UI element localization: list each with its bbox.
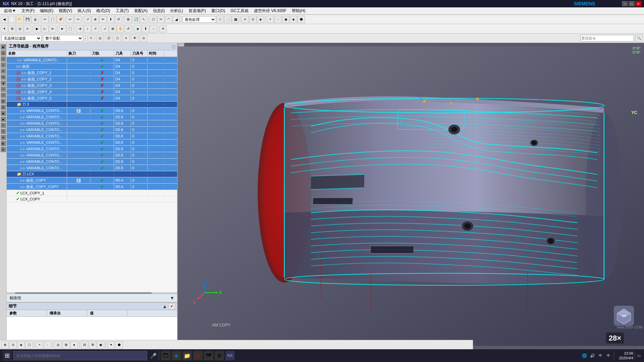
taskbar-maps[interactable]: 🗺 bbox=[204, 351, 213, 360]
tb-pm4[interactable]: ◈ bbox=[290, 16, 297, 23]
taskbar-acrobat[interactable]: A bbox=[193, 351, 203, 360]
menu-tools[interactable]: 工具(T) bbox=[113, 7, 131, 14]
tb-cut[interactable]: ✂ bbox=[41, 16, 49, 23]
filter-tb7[interactable]: ⊙ bbox=[140, 35, 147, 42]
menu-gc-tools[interactable]: GC工具箱 bbox=[228, 7, 251, 14]
bottom-tb-2[interactable]: ⊙ bbox=[9, 341, 17, 349]
tb2-zoom-win[interactable]: ⊞ bbox=[109, 25, 116, 33]
tb-new[interactable]: 📄 bbox=[8, 16, 16, 23]
filter-tb4[interactable]: ⬡ bbox=[114, 35, 121, 42]
tb-print[interactable]: 🖨 bbox=[32, 16, 39, 23]
tb-view3[interactable]: ▦ bbox=[232, 16, 239, 23]
menu-analysis[interactable]: 分析(L) bbox=[167, 7, 186, 14]
tb-save[interactable]: 💾 bbox=[24, 16, 31, 23]
tree-row[interactable]: ▶▶ VARIABLE_CONTO... E ✔ D0.8 0 bbox=[7, 108, 177, 114]
menu-file[interactable]: 文件(F) bbox=[19, 7, 37, 14]
left-icon-13[interactable]: ■ bbox=[1, 117, 6, 122]
tb-pm1[interactable]: + bbox=[267, 16, 274, 23]
tree-row[interactable]: ▶▶ VARIABLE_CONTO... ✔ D0.8 0 bbox=[7, 114, 177, 120]
left-icon-9[interactable]: ⬡ bbox=[1, 93, 6, 98]
tb-more1[interactable]: ≡ bbox=[241, 16, 249, 23]
menu-insert[interactable]: 插入(S) bbox=[75, 7, 94, 14]
left-icon-12[interactable]: ◉ bbox=[1, 111, 6, 116]
bottom-tb-3[interactable]: ◈ bbox=[17, 341, 25, 349]
search-input[interactable] bbox=[580, 35, 634, 42]
filter-tb5[interactable]: ≡ bbox=[122, 35, 130, 42]
tb-view1[interactable]: □ bbox=[216, 16, 224, 23]
tb-paste[interactable]: 📌 bbox=[57, 16, 64, 23]
tb2-rot[interactable]: ↺ bbox=[124, 25, 132, 33]
bottom-tb-8[interactable]: ⊞ bbox=[62, 341, 70, 349]
tb2-verify[interactable]: ▷ bbox=[41, 25, 49, 33]
menu-vacuum[interactable]: 虚空外径 V6.935F bbox=[251, 7, 289, 14]
bottom-tb-1[interactable]: ⊕ bbox=[1, 341, 9, 349]
bottom-tb-4[interactable]: ⬡ bbox=[25, 341, 33, 349]
tree-row[interactable]: ⊗ ▶▶ 曲面_COPY_5 ✗ D4 0 bbox=[7, 95, 177, 102]
tree-row-group-lcx[interactable]: ▼ 📁 刀 LCX bbox=[7, 171, 177, 177]
menu-window[interactable]: 窗口(O) bbox=[209, 7, 228, 14]
left-icon-6[interactable]: ⊕ bbox=[1, 74, 6, 80]
tb2-feed[interactable]: ⇉ bbox=[76, 25, 84, 33]
tb-extrude[interactable]: ⬆ bbox=[107, 16, 114, 23]
bottom-tb-13[interactable]: ✦ bbox=[107, 341, 115, 349]
left-icon-16[interactable]: ⚙ bbox=[1, 135, 6, 140]
taskbar-settings[interactable]: ⚙ bbox=[215, 351, 224, 360]
tb-trim[interactable]: ✂ bbox=[157, 16, 165, 23]
tree-table[interactable]: 名称 换刀 刀轨 刀具 刀具号 时间 ▶▶ VARIABLE_CONTO... … bbox=[7, 50, 177, 292]
tb-scale[interactable]: ⤡ bbox=[140, 16, 147, 23]
tb2-create-tool[interactable]: ⚙ bbox=[8, 25, 16, 33]
left-icon-11[interactable]: ⊟ bbox=[1, 105, 6, 110]
tb-boolean[interactable]: ⬡ bbox=[150, 16, 157, 23]
tree-row[interactable]: ▶▶ VARIABLE_CONTO... ✔ D0.8 0 bbox=[7, 127, 177, 133]
search-button[interactable]: 🔍 bbox=[635, 35, 643, 42]
left-icon-15[interactable]: ☷ bbox=[1, 129, 6, 134]
tb2-view-iso[interactable]: ◈ bbox=[134, 25, 142, 33]
tb-redo[interactable]: ↪ bbox=[74, 16, 82, 23]
tb2-method[interactable]: ≡ bbox=[24, 25, 31, 33]
tb-rotate[interactable]: 🔄 bbox=[132, 16, 140, 23]
op-nav-maximize[interactable]: □ bbox=[172, 44, 175, 49]
tb-snap[interactable]: ⊕ bbox=[92, 16, 99, 23]
detail-check-btn[interactable]: ✔ bbox=[168, 303, 175, 309]
tb2-pan[interactable]: ✋ bbox=[117, 25, 124, 33]
taskbar-nx-icon[interactable]: NX bbox=[225, 351, 235, 360]
close-button[interactable]: ✕ bbox=[635, 1, 641, 6]
correlation-toggle[interactable]: ▼ bbox=[170, 295, 174, 301]
tb-sketch[interactable]: ✏ bbox=[99, 16, 107, 23]
left-icon-1[interactable]: ▶ bbox=[1, 44, 6, 50]
tb-select[interactable]: ↗ bbox=[84, 16, 91, 23]
tb2-shop[interactable]: 📋 bbox=[66, 25, 74, 33]
tb-more2[interactable]: ⊙ bbox=[249, 16, 257, 23]
tray-lang[interactable]: 中 bbox=[605, 352, 612, 359]
menu-info[interactable]: 信息(I) bbox=[150, 7, 167, 14]
tb-pm5[interactable]: ⬟ bbox=[298, 16, 305, 23]
bottom-tb-5[interactable]: + bbox=[36, 341, 43, 349]
filter-tb1[interactable]: ↖ bbox=[88, 35, 95, 42]
tb2-create-op[interactable]: ✦ bbox=[1, 25, 8, 33]
tree-row[interactable]: ✔ LCX_COPY bbox=[7, 196, 177, 202]
tb2-view-top[interactable]: ⬆ bbox=[142, 25, 149, 33]
tree-row[interactable]: ▶▶ 曲面 ✔ D4 0 bbox=[7, 63, 177, 70]
tree-row[interactable]: ▶▶ VARIABLE_CONTO... ✔ D0.8 0 bbox=[7, 139, 177, 146]
menu-edit[interactable]: 编辑(E) bbox=[37, 7, 56, 14]
taskbar-files[interactable]: 📁 bbox=[182, 351, 192, 360]
left-icon-17[interactable]: ◐ bbox=[1, 141, 6, 146]
tb2-generate[interactable]: ▶ bbox=[34, 25, 41, 33]
left-icon-14[interactable]: ✎ bbox=[1, 123, 6, 128]
menu-start[interactable]: 起动▼ bbox=[1, 7, 19, 14]
filter-tb3[interactable]: ☑ bbox=[105, 35, 112, 42]
menu-preferences[interactable]: 首选项(P) bbox=[186, 7, 209, 14]
tb2-transform[interactable]: ↕ bbox=[84, 25, 91, 33]
left-icon-8[interactable]: ↗ bbox=[1, 86, 6, 92]
bottom-tb-9[interactable]: ● bbox=[70, 341, 78, 349]
taskbar-start[interactable]: ⊞ bbox=[3, 350, 12, 361]
minimize-button[interactable]: ─ bbox=[622, 1, 628, 6]
bottom-tb-7[interactable]: ◎ bbox=[54, 341, 62, 349]
bottom-tb-11[interactable]: ⚙ bbox=[89, 341, 96, 349]
bottom-tb-14[interactable]: ⬟ bbox=[115, 341, 123, 349]
tb-open[interactable]: 📂 bbox=[16, 16, 23, 23]
filter-tb6[interactable]: 👁 bbox=[131, 35, 139, 42]
tree-row[interactable]: ▶▶ 曲面_COPY_COPY ✔ R0.4 0 bbox=[7, 184, 177, 190]
tray-ime[interactable]: 中 bbox=[597, 352, 604, 359]
tb-blend[interactable]: ◠ bbox=[165, 16, 172, 23]
